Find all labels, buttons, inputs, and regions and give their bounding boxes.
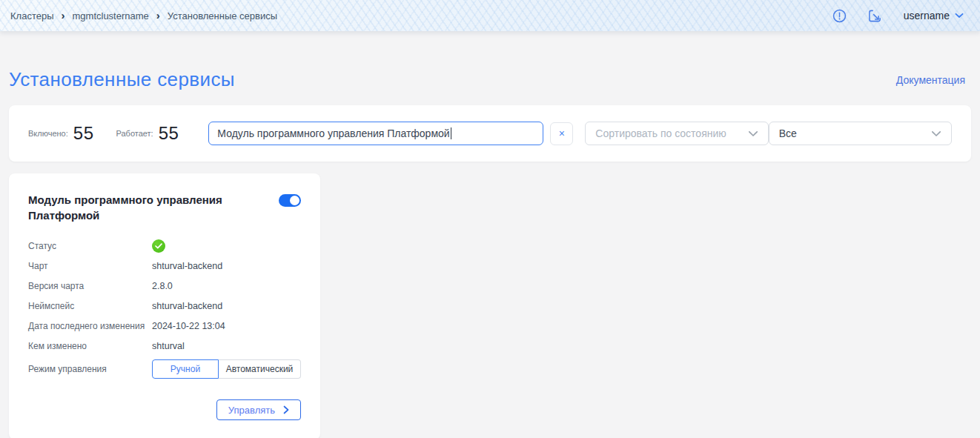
field-row-modified-by: Кем изменено shturval <box>28 339 301 353</box>
field-label: Статус <box>28 241 152 251</box>
stat-running: Работает: 55 <box>116 123 179 144</box>
field-value: 2024-10-22 13:04 <box>152 321 225 331</box>
chevron-right-icon <box>283 405 289 414</box>
chevron-down-icon <box>955 13 964 19</box>
breadcrumb-item-installed-services: Установленные сервисы <box>168 10 277 21</box>
search-area: Модуль программного управления Платформо… <box>208 122 573 145</box>
page-head: Установленные сервисы Документация <box>9 68 971 91</box>
field-label: Версия чарта <box>28 281 152 291</box>
service-fields: Статус Чарт shturval-backend Версия чарт… <box>28 239 301 379</box>
stat-enabled: Включено: 55 <box>28 123 94 144</box>
text-caret <box>451 127 451 139</box>
field-value: shturval-backend <box>152 261 222 271</box>
alert-circle-icon[interactable] <box>832 8 847 23</box>
sort-select-placeholder: Сортировать по состоянию <box>595 127 726 139</box>
manage-row: Управлять <box>28 399 301 420</box>
field-row-namespace: Неймспейс shturval-backend <box>28 299 301 313</box>
field-value: shturval-backend <box>152 301 222 311</box>
breadcrumb-separator-icon: › <box>62 10 65 21</box>
status-filter-select[interactable]: Все <box>769 122 952 145</box>
clear-search-button[interactable]: × <box>550 122 573 145</box>
clear-icon: × <box>559 127 565 139</box>
stat-running-label: Работает: <box>116 129 153 138</box>
breadcrumb-item-clusters[interactable]: Кластеры <box>10 10 54 21</box>
field-value: 2.8.0 <box>152 281 173 291</box>
chevron-down-icon <box>748 130 758 137</box>
search-input[interactable]: Модуль программного управления Платформо… <box>208 122 543 145</box>
page-title: Установленные сервисы <box>9 68 235 91</box>
field-row-management-mode: Режим управления Ручной Автоматический <box>28 359 301 379</box>
toggle-knob <box>290 196 299 205</box>
stat-enabled-label: Включено: <box>28 129 68 138</box>
breadcrumb: Кластеры › mgmtclustername › Установленн… <box>10 10 277 21</box>
manage-button[interactable]: Управлять <box>216 399 301 420</box>
sort-select[interactable]: Сортировать по состоянию <box>585 122 768 145</box>
resize-arrow-icon[interactable] <box>868 8 883 23</box>
service-card-head: Модуль программного управления Платформо… <box>28 192 301 223</box>
status-ok-icon <box>152 239 165 253</box>
stat-enabled-value: 55 <box>73 123 94 144</box>
mode-segmented-control: Ручной Автоматический <box>152 359 301 379</box>
field-label: Режим управления <box>28 364 152 374</box>
field-row-status: Статус <box>28 239 301 253</box>
field-row-chart-version: Версия чарта 2.8.0 <box>28 279 301 293</box>
search-input-value: Модуль программного управления Платформо… <box>217 127 449 139</box>
service-card-title: Модуль программного управления Платформо… <box>28 192 243 223</box>
mode-auto-button[interactable]: Автоматический <box>219 359 301 379</box>
field-value: shturval <box>152 341 185 351</box>
user-menu[interactable]: username <box>904 10 964 21</box>
field-label: Дата последнего изменения <box>28 321 152 331</box>
topbar-actions: username <box>832 8 964 23</box>
breadcrumb-separator-icon: › <box>156 10 160 21</box>
chevron-down-icon <box>931 130 941 137</box>
manage-button-label: Управлять <box>228 405 275 416</box>
username-label: username <box>904 10 950 21</box>
service-card: Модуль программного управления Платформо… <box>9 173 320 438</box>
documentation-link[interactable]: Документация <box>896 74 965 86</box>
stat-running-value: 55 <box>159 123 179 144</box>
mode-manual-button[interactable]: Ручной <box>152 359 219 379</box>
breadcrumb-item-cluster-name[interactable]: mgmtclustername <box>73 10 149 21</box>
main-content: Установленные сервисы Документация Включ… <box>0 68 980 438</box>
topbar: Кластеры › mgmtclustername › Установленн… <box>0 0 980 31</box>
field-row-chart: Чарт shturval-backend <box>28 259 301 273</box>
field-row-last-modified: Дата последнего изменения 2024-10-22 13:… <box>28 319 301 333</box>
field-label: Неймспейс <box>28 301 152 311</box>
service-enabled-toggle[interactable] <box>279 194 301 207</box>
field-label: Чарт <box>28 261 152 271</box>
status-filter-value: Все <box>779 127 797 139</box>
filter-bar: Включено: 55 Работает: 55 Модуль програм… <box>9 105 971 162</box>
field-label: Кем изменено <box>28 341 152 351</box>
